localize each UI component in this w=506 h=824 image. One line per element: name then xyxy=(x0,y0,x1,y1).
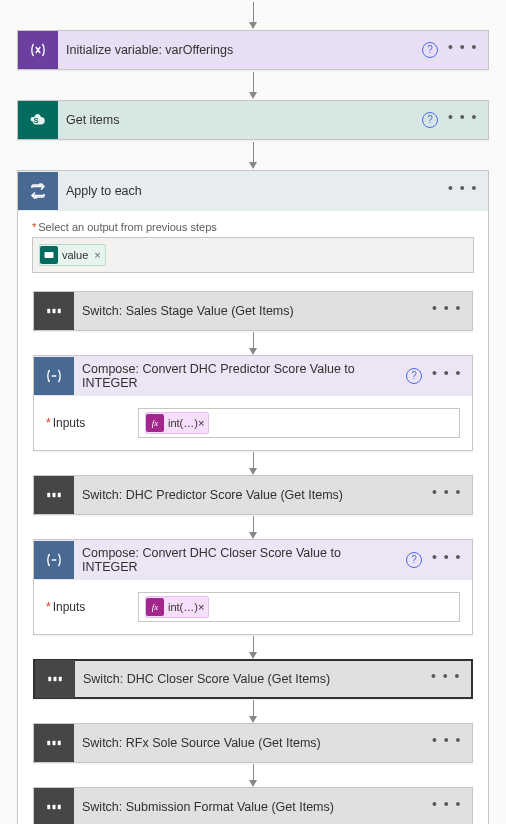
step-title: Switch: Sales Stage Value (Get Items) xyxy=(74,304,422,318)
svg-rect-1 xyxy=(45,252,54,258)
svg-rect-8 xyxy=(48,677,51,682)
more-actions-button[interactable]: • • • xyxy=(432,549,462,565)
inputs-label: Inputs xyxy=(46,416,138,430)
connector-arrow xyxy=(253,2,254,28)
select-output-label: Select an output from previous steps xyxy=(32,221,474,233)
svg-rect-12 xyxy=(53,741,56,746)
step-compose-closer: Compose: Convert DHC Closer Score Value … xyxy=(33,539,473,635)
step-get-items[interactable]: S Get items ? • • • xyxy=(17,100,489,140)
expression-text: int(…) xyxy=(168,417,198,429)
variable-icon xyxy=(18,31,58,69)
step-compose-predictor: Compose: Convert DHC Predictor Score Val… xyxy=(33,355,473,451)
step-switch-rfx[interactable]: Switch: RFx Sole Source Value (Get Items… xyxy=(33,723,473,763)
remove-token-button[interactable]: × xyxy=(94,249,100,261)
connector-arrow xyxy=(253,764,254,786)
switch-icon xyxy=(34,788,74,824)
step-title: Compose: Convert DHC Predictor Score Val… xyxy=(74,362,396,390)
step-initialize-variable[interactable]: Initialize variable: varOfferings ? • • … xyxy=(17,30,489,70)
step-title: Switch: DHC Predictor Score Value (Get I… xyxy=(74,488,422,502)
more-actions-button[interactable]: • • • xyxy=(432,732,462,748)
help-button[interactable]: ? xyxy=(406,552,422,568)
step-switch-closer[interactable]: Switch: DHC Closer Score Value (Get Item… xyxy=(33,659,473,699)
connector-arrow xyxy=(253,142,254,168)
apply-to-each-header[interactable]: Apply to each • • • xyxy=(18,171,488,211)
svg-rect-2 xyxy=(47,309,50,314)
more-actions-button[interactable]: • • • xyxy=(432,300,462,316)
compose-header[interactable]: Compose: Convert DHC Closer Score Value … xyxy=(34,540,472,580)
loop-input-field[interactable]: value × xyxy=(32,237,474,273)
help-button[interactable]: ? xyxy=(422,112,438,128)
compose-icon xyxy=(34,541,74,579)
expression-token[interactable]: fx int(…) × xyxy=(145,596,209,618)
token-label: value xyxy=(62,249,88,261)
fx-icon: fx xyxy=(146,414,164,432)
svg-text:S: S xyxy=(34,116,39,125)
sharepoint-icon: S xyxy=(18,101,58,139)
connector-arrow xyxy=(253,452,254,474)
svg-rect-4 xyxy=(58,309,61,314)
switch-icon xyxy=(34,724,74,762)
connector-arrow xyxy=(253,72,254,98)
switch-icon xyxy=(35,660,75,698)
step-title: Apply to each xyxy=(58,184,438,198)
svg-rect-16 xyxy=(58,805,61,810)
expression-token[interactable]: fx int(…) × xyxy=(145,412,209,434)
connector-arrow xyxy=(253,700,254,722)
remove-token-button[interactable]: × xyxy=(198,601,204,613)
connector-arrow xyxy=(253,636,254,658)
step-switch-sales-stage[interactable]: Switch: Sales Stage Value (Get Items) • … xyxy=(33,291,473,331)
compose-input-field[interactable]: fx int(…) × xyxy=(138,408,460,438)
svg-rect-3 xyxy=(53,309,56,314)
step-title: Switch: RFx Sole Source Value (Get Items… xyxy=(74,736,422,750)
sharepoint-icon xyxy=(40,246,58,264)
step-switch-predictor[interactable]: Switch: DHC Predictor Score Value (Get I… xyxy=(33,475,473,515)
fx-icon: fx xyxy=(146,598,164,616)
remove-token-button[interactable]: × xyxy=(198,417,204,429)
dynamic-content-token[interactable]: value × xyxy=(39,244,106,266)
svg-rect-5 xyxy=(47,493,50,498)
switch-icon xyxy=(34,476,74,514)
step-title: Get items xyxy=(58,113,412,127)
step-apply-to-each: Apply to each • • • Select an output fro… xyxy=(17,170,489,824)
more-actions-button[interactable]: • • • xyxy=(448,180,478,196)
inputs-label: Inputs xyxy=(46,600,138,614)
compose-header[interactable]: Compose: Convert DHC Predictor Score Val… xyxy=(34,356,472,396)
more-actions-button[interactable]: • • • xyxy=(448,109,478,125)
more-actions-button[interactable]: • • • xyxy=(448,39,478,55)
svg-rect-6 xyxy=(53,493,56,498)
svg-rect-13 xyxy=(58,741,61,746)
switch-icon xyxy=(34,292,74,330)
step-switch-submission[interactable]: Switch: Submission Format Value (Get Ite… xyxy=(33,787,473,824)
svg-rect-11 xyxy=(47,741,50,746)
svg-rect-15 xyxy=(53,805,56,810)
more-actions-button[interactable]: • • • xyxy=(432,365,462,381)
step-title: Compose: Convert DHC Closer Score Value … xyxy=(74,546,396,574)
flow-canvas: Initialize variable: varOfferings ? • • … xyxy=(0,0,506,824)
help-button[interactable]: ? xyxy=(422,42,438,58)
connector-arrow xyxy=(253,332,254,354)
step-title: Switch: DHC Closer Score Value (Get Item… xyxy=(75,672,421,686)
svg-rect-9 xyxy=(54,677,57,682)
more-actions-button[interactable]: • • • xyxy=(432,484,462,500)
loop-icon xyxy=(18,172,58,210)
svg-rect-7 xyxy=(58,493,61,498)
more-actions-button[interactable]: • • • xyxy=(432,796,462,812)
help-button[interactable]: ? xyxy=(406,368,422,384)
expression-text: int(…) xyxy=(168,601,198,613)
step-title: Initialize variable: varOfferings xyxy=(58,43,412,57)
more-actions-button[interactable]: • • • xyxy=(431,668,461,684)
connector-arrow xyxy=(253,516,254,538)
svg-rect-10 xyxy=(59,677,62,682)
compose-input-field[interactable]: fx int(…) × xyxy=(138,592,460,622)
svg-rect-14 xyxy=(47,805,50,810)
step-title: Switch: Submission Format Value (Get Ite… xyxy=(74,800,422,814)
compose-icon xyxy=(34,357,74,395)
